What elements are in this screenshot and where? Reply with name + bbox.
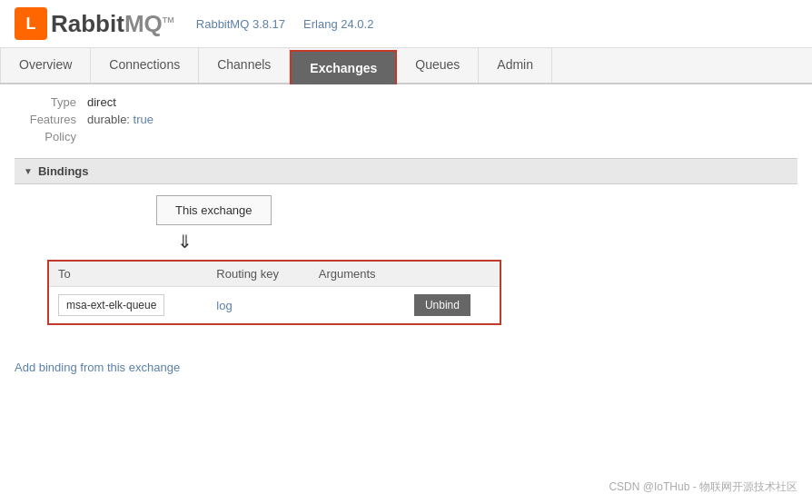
- nav-item-overview[interactable]: Overview: [0, 48, 91, 83]
- col-to: To: [49, 262, 207, 287]
- erlang-version: Erlang 24.0.2: [303, 17, 373, 31]
- bindings-section-header[interactable]: ▼ Bindings: [15, 158, 797, 184]
- collapse-icon: ▼: [24, 166, 33, 176]
- durable-value: true: [134, 113, 153, 126]
- features-value: durable: true: [87, 113, 153, 126]
- nav-item-exchanges[interactable]: Exchanges: [290, 50, 397, 84]
- routing-key-value: log: [216, 299, 232, 312]
- type-label: Type: [15, 95, 87, 109]
- main-nav: Overview Connections Channels Exchanges …: [0, 48, 812, 84]
- watermark: CSDN @IoTHub - 物联网开源技术社区: [609, 479, 797, 495]
- type-row: Type direct: [15, 95, 797, 109]
- arrow-down-icon: ⇓: [177, 231, 783, 252]
- col-arguments: Arguments: [310, 262, 405, 287]
- add-binding-link[interactable]: Add binding from this exchange: [15, 361, 180, 374]
- arguments-cell: [310, 287, 405, 324]
- header: L RabbitMQTM RabbitMQ 3.8.17 Erlang 24.0…: [0, 0, 812, 48]
- routing-key-cell: log: [207, 287, 309, 324]
- col-actions: [405, 262, 500, 287]
- logo-rabbit: Rabbit: [51, 10, 124, 37]
- footer-link-area: Add binding from this exchange: [0, 353, 812, 381]
- header-versions: RabbitMQ 3.8.17 Erlang 24.0.2: [196, 17, 374, 31]
- content-area: Type direct Features durable: true Polic…: [0, 84, 812, 339]
- nav-item-channels[interactable]: Channels: [199, 48, 290, 83]
- queue-name-box: msa-ext-elk-queue: [58, 294, 164, 316]
- nav-item-queues[interactable]: Queues: [397, 48, 479, 83]
- col-routing-key: Routing key: [207, 262, 309, 287]
- logo: L RabbitMQTM: [15, 7, 174, 40]
- durable-label: durable:: [87, 113, 130, 126]
- exchange-box: This exchange: [156, 195, 272, 225]
- logo-mq: MQ: [124, 10, 163, 37]
- bindings-table-container: To Routing key Arguments msa-ext-elk-que…: [47, 260, 501, 325]
- policy-row: Policy: [15, 130, 797, 143]
- logo-text: RabbitMQTM: [51, 10, 174, 38]
- policy-label: Policy: [15, 130, 87, 143]
- logo-icon: L: [15, 7, 47, 40]
- nav-item-admin[interactable]: Admin: [479, 48, 552, 83]
- queue-name-cell: msa-ext-elk-queue: [49, 287, 207, 324]
- bindings-table: To Routing key Arguments msa-ext-elk-que…: [49, 262, 500, 323]
- features-label: Features: [15, 113, 87, 126]
- unbind-button[interactable]: Unbind: [414, 294, 470, 316]
- info-table: Type direct Features durable: true Polic…: [15, 95, 797, 143]
- table-row: msa-ext-elk-queue log Unbind: [49, 287, 500, 324]
- rabbitmq-version: RabbitMQ 3.8.17: [196, 17, 285, 31]
- bindings-area: This exchange ⇓ To Routing key Arguments: [15, 195, 797, 328]
- action-cell: Unbind: [405, 287, 500, 324]
- features-row: Features durable: true: [15, 113, 797, 126]
- table-header-row: To Routing key Arguments: [49, 262, 500, 287]
- nav-item-connections[interactable]: Connections: [91, 48, 199, 83]
- type-value: direct: [87, 95, 116, 109]
- bindings-title: Bindings: [38, 164, 89, 178]
- logo-tm: TM: [163, 15, 174, 25]
